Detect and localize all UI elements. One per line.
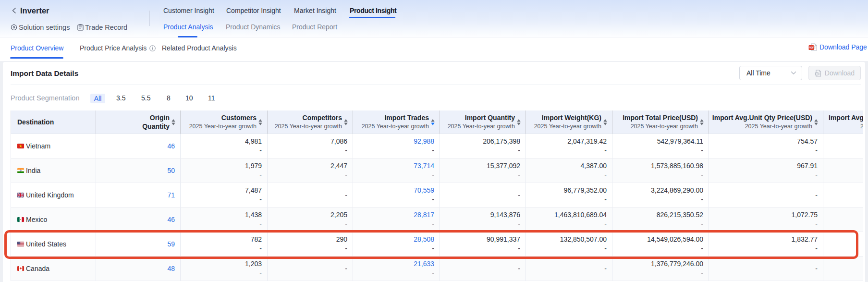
svg-text:PDF: PDF <box>809 46 814 49</box>
